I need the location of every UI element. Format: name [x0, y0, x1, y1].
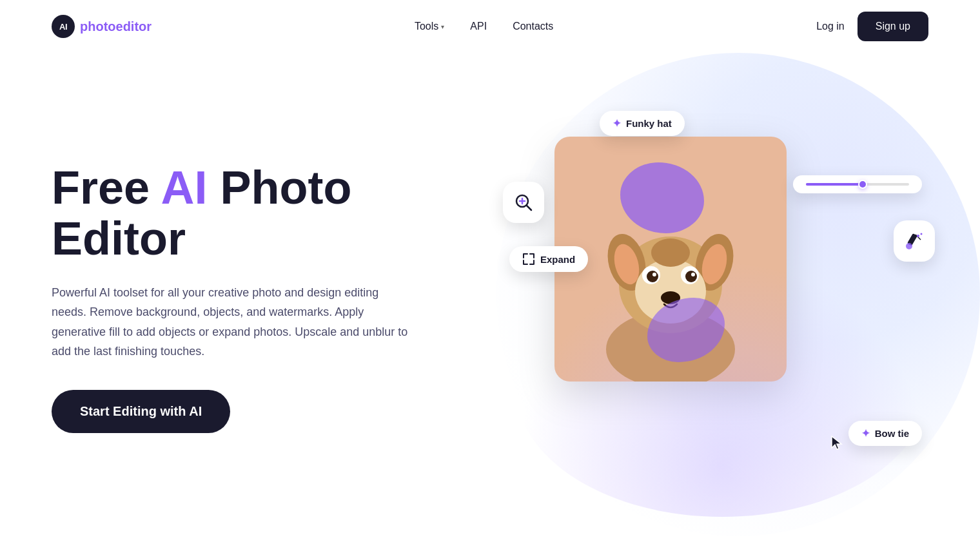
- signup-button[interactable]: Sign up: [858, 12, 928, 41]
- svg-point-9: [652, 273, 656, 276]
- magnifier-plus-icon: [513, 192, 534, 213]
- chip-bow-tie: ✦ Bow tie: [848, 421, 922, 446]
- hero-title: Free AI Photo Editor: [52, 162, 438, 264]
- svg-point-22: [917, 235, 919, 237]
- nav-actions: Log in Sign up: [816, 12, 928, 41]
- svg-line-16: [527, 206, 531, 210]
- logo[interactable]: AI photoeditor: [52, 15, 152, 38]
- sparkle-icon-2: ✦: [861, 427, 870, 440]
- nav-link-contacts[interactable]: Contacts: [513, 21, 553, 32]
- logo-text: photoeditor: [80, 19, 152, 34]
- svg-point-14: [651, 238, 690, 267]
- expand-icon: [522, 253, 535, 266]
- slider-thumb: [858, 180, 867, 189]
- slider-track: [806, 183, 909, 186]
- nav-link-api[interactable]: API: [470, 21, 487, 32]
- chip-funky-hat: ✦ Funky hat: [600, 111, 685, 136]
- magnifier-chip: [503, 182, 544, 223]
- nav-link-tools[interactable]: Tools ▾: [415, 21, 444, 32]
- cursor-icon: [830, 435, 845, 456]
- hero-illustration: ✦ Funky hat: [516, 104, 928, 491]
- chip-expand-label: Expand: [540, 254, 575, 265]
- hero-description: Powerful AI toolset for all your creativ…: [52, 283, 413, 362]
- dog-card: [554, 137, 787, 382]
- svg-point-23: [921, 233, 923, 235]
- sparkle-icon: ✦: [612, 117, 621, 130]
- slider-chip: [793, 175, 922, 193]
- hero-section: Free AI Photo Editor Powerful AI toolset…: [0, 53, 980, 543]
- paint-icon: [904, 231, 925, 251]
- logo-icon: AI: [52, 15, 75, 38]
- hero-content: Free AI Photo Editor Powerful AI toolset…: [52, 162, 438, 433]
- svg-point-12: [691, 273, 695, 276]
- chip-expand: Expand: [509, 246, 588, 272]
- chip-funky-hat-label: Funky hat: [626, 118, 672, 129]
- slider-fill: [806, 183, 863, 186]
- paint-chip: [894, 220, 935, 262]
- nav-links: Tools ▾ API Contacts: [415, 21, 553, 32]
- svg-point-8: [647, 271, 658, 282]
- svg-point-11: [685, 271, 697, 282]
- login-button[interactable]: Log in: [816, 21, 845, 32]
- navbar: AI photoeditor Tools ▾ API Contacts Log …: [0, 0, 980, 53]
- cta-button[interactable]: Start Editing with AI: [52, 390, 230, 433]
- chip-bow-tie-label: Bow tie: [875, 428, 909, 439]
- chevron-down-icon: ▾: [441, 23, 444, 30]
- svg-point-20: [906, 243, 912, 249]
